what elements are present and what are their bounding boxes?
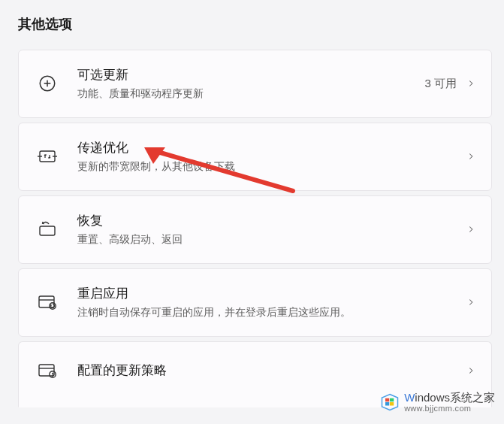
update-policy-icon	[34, 357, 61, 384]
item-badge: 3 可用	[424, 77, 457, 91]
list-item-recovery[interactable]: 恢复 重置、高级启动、返回	[18, 195, 492, 264]
svg-rect-7	[39, 296, 54, 307]
svg-point-14	[52, 375, 53, 377]
section-title: 其他选项	[18, 0, 492, 33]
chevron-right-icon	[464, 150, 478, 163]
list-item-restart-apps[interactable]: 重启应用 注销时自动保存可重启的应用，并在登录后重启这些应用。	[18, 268, 492, 337]
chevron-right-icon	[464, 364, 478, 377]
chevron-right-icon	[464, 295, 478, 309]
item-title: 配置的更新策略	[77, 362, 464, 379]
delivery-optimization-icon	[34, 143, 61, 170]
item-subtitle: 注销时自动保存可重启的应用，并在登录后重启这些应用。	[77, 305, 464, 320]
list-item-delivery-optimization[interactable]: 传递优化 更新的带宽限制，从其他设备下载	[18, 123, 492, 191]
svg-rect-6	[40, 226, 55, 235]
chevron-right-icon	[464, 223, 478, 236]
list-item-configured-update-policies[interactable]: 配置的更新策略	[18, 341, 492, 407]
chevron-right-icon	[464, 77, 478, 90]
item-title: 重启应用	[77, 286, 464, 302]
item-subtitle: 更新的带宽限制，从其他设备下载	[77, 159, 464, 174]
svg-rect-10	[39, 365, 54, 376]
item-title: 恢复	[77, 213, 464, 229]
plus-circle-icon	[34, 70, 61, 97]
recovery-icon	[34, 216, 61, 243]
restart-apps-icon	[34, 289, 61, 316]
list-item-optional-updates[interactable]: 可选更新 功能、质量和驱动程序更新 3 可用	[18, 50, 492, 118]
item-title: 传递优化	[77, 140, 464, 156]
item-subtitle: 功能、质量和驱动程序更新	[77, 86, 424, 101]
item-title: 可选更新	[77, 67, 424, 83]
item-subtitle: 重置、高级启动、返回	[77, 232, 464, 247]
